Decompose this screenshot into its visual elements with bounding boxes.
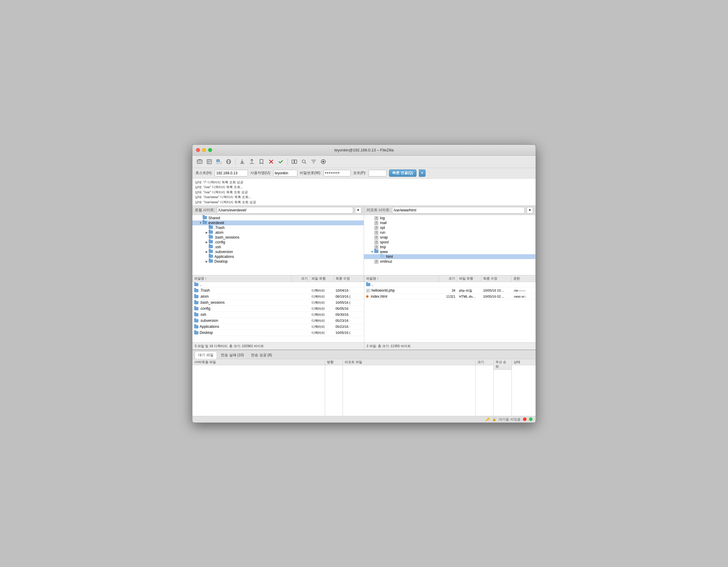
cancel-button[interactable] [267, 157, 275, 166]
remote-file-date-indexhtml: 10/05/16 02:... [481, 294, 511, 299]
tree-item-log[interactable]: ? log [364, 216, 535, 220]
local-file-size-config [292, 308, 310, 309]
tree-item-config[interactable]: ▶ .config [192, 240, 364, 245]
tree-item-snap[interactable]: ? snap [364, 235, 535, 240]
tree-item-html[interactable]: html [364, 254, 535, 259]
remote-path-dropdown[interactable]: ▼ [527, 207, 533, 214]
svg-point-18 [302, 160, 305, 163]
local-tree: Shared ▼ everdevel .Trash ▶ .atom .bash_… [192, 215, 364, 275]
remote-file-row-helloworld[interactable]: P helloworld.php 34 php-파일 10/05/16 10:.… [364, 288, 536, 294]
tree-label-vmlinuz: vmlinuz [380, 259, 392, 264]
tree-item-ssh[interactable]: .ssh [192, 245, 364, 249]
toggle-local-panel-button[interactable] [290, 157, 299, 166]
tree-item-trash[interactable]: .Trash [192, 225, 364, 230]
tree-item-shared[interactable]: Shared [192, 216, 364, 220]
remote-file-row-indexhtml[interactable]: index.html 11321 HTML do... 10/05/16 02:… [364, 294, 536, 299]
connection-bar: 호스트(H): 사용자명(U): 비밀번호(W): 포트(P): 빠른 연결(Q… [192, 168, 536, 179]
queue-status-label: 대기열: 비있음 [499, 417, 521, 422]
local-file-name-applications: Applications [192, 324, 292, 329]
question-icon-tmp: ? [374, 245, 379, 249]
tree-item-tmp[interactable]: ? tmp [364, 245, 535, 249]
local-file-row-trash[interactable]: .Trash 디렉터리 10/04/16 : [192, 288, 364, 294]
tree-item-subversion[interactable]: ▶ .subversion [192, 249, 364, 254]
tree-item-everdevel[interactable]: ▼ everdevel [192, 220, 364, 225]
remote-col-type[interactable]: 파일 유형 [457, 275, 481, 282]
local-file-date-subversion: 05/23/16 : [334, 318, 364, 323]
tree-item-applications[interactable]: Applications [192, 254, 364, 259]
host-input[interactable] [215, 170, 248, 176]
local-file-row-desktop[interactable]: Desktop 디렉터리 10/05/16 ( [192, 330, 364, 336]
tree-item-mail[interactable]: ? mail [364, 220, 535, 225]
local-col-name[interactable]: 파일명 ↑ [192, 275, 292, 282]
local-status-bar: 5 파일 및 16 디렉터리. 총 크기: 102962 바이트 [192, 343, 364, 350]
local-file-row-ssh[interactable]: .ssh 디렉터리 09/30/16 [192, 312, 364, 318]
toggle-message-log-button[interactable] [205, 157, 214, 166]
tab-success[interactable]: 전송 성공 (8) [248, 351, 275, 359]
tree-item-bash-sessions[interactable]: .bash_sessions [192, 235, 364, 240]
tree-item-www[interactable]: ▼ www [364, 249, 535, 254]
port-label: 포트(P): [353, 170, 366, 176]
php-file-icon: P [366, 289, 370, 292]
tree-item-spool[interactable]: ? spool [364, 240, 535, 245]
question-icon-spool: ? [374, 240, 379, 244]
local-col-size[interactable]: 크기 [292, 275, 310, 282]
local-file-size-subversion [292, 320, 310, 321]
status-dot-red [523, 417, 527, 421]
remote-file-row-parent[interactable]: .. [364, 282, 536, 288]
tree-item-atom[interactable]: ▶ .atom [192, 230, 364, 235]
folder-icon [194, 283, 198, 286]
remote-col-perm[interactable]: 권한 [511, 275, 536, 282]
local-path-dropdown[interactable]: ▼ [355, 207, 362, 214]
remote-path-input[interactable] [392, 207, 525, 214]
tree-item-run[interactable]: ? run [364, 230, 535, 235]
tree-item-vmlinuz[interactable]: ? vmlinuz [364, 259, 535, 264]
toggle-local-tree-button[interactable] [215, 157, 223, 166]
quick-connect-dropdown[interactable]: ▼ [419, 169, 426, 177]
user-input[interactable] [273, 170, 297, 176]
download-button[interactable] [238, 157, 246, 166]
port-input[interactable] [369, 170, 387, 176]
remote-file-type-indexhtml: HTML do... [457, 294, 481, 299]
remote-col-size[interactable]: 크기 [439, 275, 457, 282]
folder-icon-www [374, 250, 379, 254]
local-file-row-atom[interactable]: .atom 디렉터리 08/10/16 ( [192, 294, 364, 300]
local-col-type[interactable]: 파일 유형 [310, 275, 334, 282]
toggle-remote-tree-button[interactable] [224, 157, 233, 166]
pass-input[interactable] [324, 170, 351, 176]
maximize-button[interactable] [208, 148, 212, 152]
add-bookmark-button[interactable] [257, 157, 266, 166]
tab-pending[interactable]: 대기 파일 [195, 351, 217, 359]
search-button[interactable] [300, 157, 308, 166]
open-site-manager-button[interactable] [195, 157, 204, 166]
quick-connect-button[interactable]: 빠른 연결(Q) [389, 169, 416, 177]
view-button[interactable] [319, 157, 328, 166]
host-label: 호스트(H): [195, 170, 212, 176]
tree-item-desktop[interactable]: ▶ Desktop [192, 259, 364, 264]
upload-button[interactable] [248, 157, 256, 166]
local-file-row-config[interactable]: .config 디렉터리 06/05/16 [192, 306, 364, 312]
local-col-date[interactable]: 최종 수정 [334, 275, 364, 282]
tree-label-log: log [380, 216, 385, 220]
local-path-input[interactable] [217, 207, 353, 214]
remote-file-name-parent: .. [364, 282, 439, 287]
local-file-name-subversion: .subversion [192, 318, 292, 323]
remote-file-perm-parent [511, 284, 536, 285]
remote-col-date[interactable]: 최종 수정 [481, 275, 511, 282]
check-button[interactable] [277, 157, 285, 166]
local-file-header: 파일명 ↑ 크기 파일 유형 최종 수정 [192, 275, 364, 282]
minimize-button[interactable] [202, 148, 206, 152]
tab-failed[interactable]: 전송 실패 (10) [217, 351, 247, 359]
local-file-row-parent[interactable]: .. [192, 282, 364, 288]
local-file-row-bash[interactable]: .bash_sessions 디렉터리 10/05/16 ( [192, 300, 364, 306]
local-file-row-applications[interactable]: Applications 디렉터리 05/22/16 : [192, 324, 364, 330]
question-icon-log: ? [374, 216, 379, 220]
folder-icon-ssh [209, 245, 214, 249]
close-button[interactable] [196, 148, 200, 152]
local-file-row-subversion[interactable]: .subversion 디렉터리 05/23/16 : [192, 318, 364, 324]
remote-col-name[interactable]: 파일명 ↑ [364, 275, 439, 282]
tree-item-opt[interactable]: ? opt [364, 225, 535, 230]
filter-button[interactable] [309, 157, 318, 166]
local-file-list: .. .Trash 디렉터리 10/04/16 : [192, 282, 364, 342]
local-file-date-config: 06/05/16 [334, 306, 364, 311]
folder-icon-desktop [194, 331, 198, 334]
